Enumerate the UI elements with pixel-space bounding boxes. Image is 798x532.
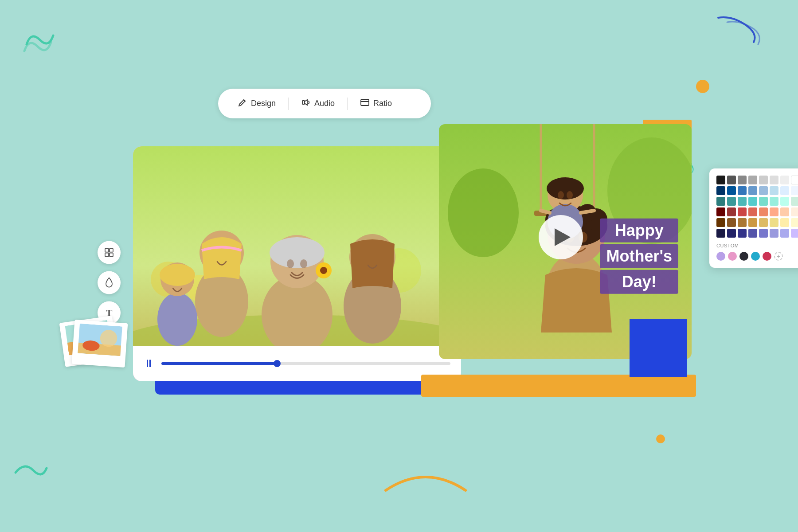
progress-fill xyxy=(161,362,277,365)
swatch-blue-8[interactable] xyxy=(791,186,798,195)
toolbar-audio-button[interactable]: Audio xyxy=(292,94,344,113)
swatch-red-6[interactable] xyxy=(770,207,778,216)
swatch-teal-1[interactable] xyxy=(716,197,725,206)
swatch-dark-gray[interactable] xyxy=(727,176,736,184)
swatch-blue-1[interactable] xyxy=(716,186,725,195)
swatch-purple-7[interactable] xyxy=(780,229,789,238)
thumb-img-2 xyxy=(76,323,124,356)
progress-bar[interactable] xyxy=(161,362,450,365)
swatch-mid-gray[interactable] xyxy=(748,176,757,184)
color-grid xyxy=(716,176,798,238)
swatch-blue-4[interactable] xyxy=(748,186,757,195)
swatch-purple-6[interactable] xyxy=(770,229,778,238)
custom-label: CUSTOM xyxy=(716,243,798,248)
swatch-red-5[interactable] xyxy=(759,207,768,216)
family-photo-svg xyxy=(133,146,461,346)
svg-point-25 xyxy=(320,267,327,274)
add-custom-color-button[interactable]: + xyxy=(774,252,783,261)
mothers-day-line-3: Day! xyxy=(600,270,678,294)
swatch-lighter-gray[interactable] xyxy=(770,176,778,184)
swatch-purple-8[interactable] xyxy=(791,229,798,238)
custom-swatch-4[interactable] xyxy=(751,252,760,261)
swatch-teal-4[interactable] xyxy=(748,197,757,206)
swatch-orange-1[interactable] xyxy=(716,218,725,227)
swatch-blue-6[interactable] xyxy=(770,186,778,195)
thumb-card-2[interactable] xyxy=(72,320,128,368)
swatch-gray[interactable] xyxy=(738,176,747,184)
svg-point-54 xyxy=(567,191,573,199)
toolbar-ratio-button[interactable]: Ratio xyxy=(351,94,401,113)
swatch-red-4[interactable] xyxy=(748,207,757,216)
svg-rect-0 xyxy=(302,101,305,104)
svg-point-22 xyxy=(287,259,294,268)
swatch-teal-7[interactable] xyxy=(780,197,789,206)
svg-point-21 xyxy=(270,237,325,268)
family-photo-area xyxy=(133,146,461,346)
mothers-day-overlay: Happy Mother's Day! xyxy=(600,219,678,296)
color-picker-panel: CUSTOM + xyxy=(709,168,798,268)
pause-button[interactable]: ⏸ xyxy=(144,357,154,370)
swatch-purple-3[interactable] xyxy=(738,229,747,238)
play-triangle-icon xyxy=(555,228,571,246)
svg-point-30 xyxy=(160,264,195,286)
divider-1 xyxy=(288,98,289,110)
deco-squiggle-tl xyxy=(22,27,58,55)
svg-line-51 xyxy=(541,211,550,213)
blue-square-accent xyxy=(630,319,687,377)
swatch-teal-8[interactable] xyxy=(791,197,798,206)
swatch-orange-5[interactable] xyxy=(759,218,768,227)
swatch-black[interactable] xyxy=(716,176,725,184)
swatch-purple-4[interactable] xyxy=(748,229,757,238)
swatch-red-1[interactable] xyxy=(716,207,725,216)
svg-rect-5 xyxy=(110,253,113,257)
ratio-label: Ratio xyxy=(373,99,392,108)
svg-rect-2 xyxy=(105,249,109,252)
layout-button[interactable] xyxy=(98,241,121,264)
swatch-red-2[interactable] xyxy=(727,207,736,216)
swatch-near-white[interactable] xyxy=(780,176,789,184)
svg-point-23 xyxy=(300,259,307,268)
mothers-day-line-1: Happy xyxy=(600,219,678,243)
deco-circle-orange xyxy=(696,80,709,93)
color-button[interactable] xyxy=(98,271,121,294)
swatch-red-3[interactable] xyxy=(738,207,747,216)
swatch-blue-3[interactable] xyxy=(738,186,747,195)
custom-colors: + xyxy=(716,252,798,261)
left-panel: T xyxy=(98,241,121,325)
swatch-teal-6[interactable] xyxy=(770,197,778,206)
video-controls: ⏸ xyxy=(133,346,461,381)
deco-squiggle-bl xyxy=(13,459,49,488)
toolbar-design-button[interactable]: Design xyxy=(229,94,285,113)
play-button[interactable] xyxy=(539,215,583,259)
swatch-teal-2[interactable] xyxy=(727,197,736,206)
swatch-orange-8[interactable] xyxy=(791,218,798,227)
swatch-purple-2[interactable] xyxy=(727,229,736,238)
design-label: Design xyxy=(251,99,276,108)
ratio-icon xyxy=(360,98,370,110)
swatch-orange-7[interactable] xyxy=(780,218,789,227)
mothers-day-line-2: Mother's xyxy=(600,244,678,268)
swatch-red-8[interactable] xyxy=(791,207,798,216)
swatch-orange-3[interactable] xyxy=(738,218,747,227)
swatch-teal-3[interactable] xyxy=(738,197,747,206)
swatch-blue-2[interactable] xyxy=(727,186,736,195)
swatch-purple-5[interactable] xyxy=(759,229,768,238)
swatch-orange-6[interactable] xyxy=(770,218,778,227)
swatch-blue-5[interactable] xyxy=(759,186,768,195)
deco-arc-bottom xyxy=(381,459,470,497)
swatch-red-7[interactable] xyxy=(780,207,789,216)
swatch-light-gray[interactable] xyxy=(759,176,768,184)
svg-rect-3 xyxy=(110,249,113,252)
swatch-teal-5[interactable] xyxy=(759,197,768,206)
main-container: Design Audio Ratio xyxy=(133,111,665,421)
swatch-blue-7[interactable] xyxy=(780,186,789,195)
swatch-orange-4[interactable] xyxy=(748,218,757,227)
custom-swatch-2[interactable] xyxy=(728,252,737,261)
swatch-purple-1[interactable] xyxy=(716,229,725,238)
custom-swatch-5[interactable] xyxy=(763,252,771,261)
thumb-wrapper xyxy=(62,315,133,377)
custom-swatch-3[interactable] xyxy=(739,252,748,261)
custom-swatch-1[interactable] xyxy=(716,252,725,261)
swatch-orange-2[interactable] xyxy=(727,218,736,227)
swatch-white[interactable] xyxy=(791,176,798,184)
